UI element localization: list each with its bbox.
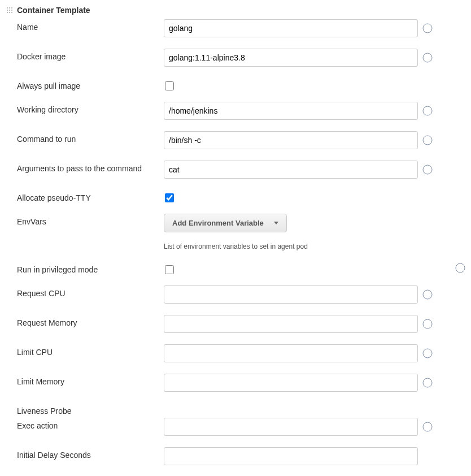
help-icon[interactable] — [455, 263, 465, 273]
row-docker-image: Docker image — [6, 49, 465, 67]
input-arguments[interactable] — [164, 161, 418, 179]
help-icon[interactable] — [422, 422, 433, 432]
row-arguments: Arguments to pass to the command — [6, 161, 465, 179]
help-icon[interactable] — [422, 23, 433, 33]
row-limit-memory: Limit Memory — [6, 374, 465, 392]
label-command: Command to run — [17, 131, 164, 144]
help-icon[interactable] — [422, 135, 433, 145]
chevron-down-icon — [274, 222, 278, 224]
row-limit-cpu: Limit CPU — [6, 344, 465, 362]
input-working-dir[interactable] — [164, 102, 418, 120]
input-command[interactable] — [164, 131, 418, 149]
row-request-memory: Request Memory — [6, 315, 465, 333]
row-privileged: Run in privileged mode — [6, 262, 465, 274]
help-icon[interactable] — [422, 289, 433, 300]
row-command: Command to run — [6, 131, 465, 149]
row-always-pull: Always pull image — [6, 78, 465, 90]
row-request-cpu: Request CPU — [6, 285, 465, 304]
label-request-memory: Request Memory — [17, 315, 164, 327]
help-icon[interactable] — [422, 378, 433, 388]
row-working-dir: Working directory — [6, 102, 465, 120]
label-limit-cpu: Limit CPU — [17, 344, 164, 357]
label-request-cpu: Request CPU — [17, 285, 164, 298]
help-icon[interactable] — [422, 106, 433, 116]
input-initial-delay[interactable] — [164, 447, 418, 465]
input-docker-image[interactable] — [164, 49, 418, 67]
checkbox-allocate-tty[interactable] — [165, 193, 174, 202]
input-name[interactable] — [164, 19, 418, 37]
label-allocate-tty: Allocate pseudo-TTY — [17, 190, 164, 202]
add-env-var-label: Add Environment Variable — [172, 219, 264, 227]
label-docker-image: Docker image — [17, 49, 164, 61]
section-header: Container Template — [6, 6, 465, 15]
input-limit-memory[interactable] — [164, 374, 418, 392]
input-request-memory[interactable] — [164, 315, 418, 333]
label-exec-action: Exec action — [17, 418, 164, 430]
row-allocate-tty: Allocate pseudo-TTY — [6, 190, 465, 202]
label-privileged: Run in privileged mode — [17, 262, 164, 274]
envvars-hint: List of environment variables to set in … — [164, 243, 308, 250]
row-liveness-probe: Liveness Probe — [6, 403, 465, 416]
label-arguments: Arguments to pass to the command — [17, 161, 164, 173]
input-exec-action[interactable] — [164, 418, 418, 436]
label-envvars: EnvVars — [17, 214, 164, 226]
input-limit-cpu[interactable] — [164, 344, 418, 362]
section-title: Container Template — [17, 6, 90, 15]
row-envvars: EnvVars Add Environment Variable List of… — [6, 214, 465, 250]
label-always-pull: Always pull image — [17, 78, 164, 90]
label-liveness-probe: Liveness Probe — [17, 403, 164, 416]
label-name: Name — [17, 19, 164, 32]
help-icon[interactable] — [422, 165, 433, 175]
row-initial-delay: Initial Delay Seconds — [6, 447, 465, 465]
input-request-cpu[interactable] — [164, 285, 418, 304]
label-limit-memory: Limit Memory — [17, 374, 164, 386]
row-exec-action: Exec action — [6, 418, 465, 436]
help-icon[interactable] — [422, 319, 433, 329]
checkbox-always-pull[interactable] — [165, 81, 174, 90]
add-env-var-button[interactable]: Add Environment Variable — [164, 214, 287, 232]
help-icon[interactable] — [422, 348, 433, 358]
drag-handle-icon[interactable] — [6, 6, 14, 14]
help-icon[interactable] — [422, 53, 433, 63]
row-name: Name — [6, 19, 465, 37]
label-working-dir: Working directory — [17, 102, 164, 114]
label-initial-delay: Initial Delay Seconds — [17, 447, 164, 460]
checkbox-privileged[interactable] — [165, 265, 174, 274]
